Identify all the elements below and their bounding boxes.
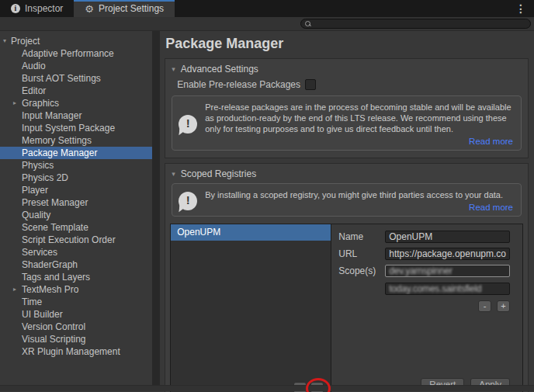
sidebar-item-package-manager[interactable]: Package Manager — [0, 147, 152, 159]
settings-toolbar — [0, 17, 534, 31]
tab-bar: i Inspector ⚙ Project Settings ⋮ — [0, 0, 534, 17]
sidebar-item-label: Physics 2D — [22, 172, 68, 184]
sidebar-item-label: Player — [22, 184, 48, 196]
registry-detail-pane: Name OpenUPM URL https://package.openupm… — [331, 224, 522, 392]
scope-value: dev.yarnspinner — [389, 265, 453, 276]
sidebar-item-label: Version Control — [22, 321, 85, 333]
add-scope-button[interactable]: + — [497, 300, 510, 312]
sidebar-item-label: Package Manager — [22, 147, 97, 159]
sidebar-item-xr-plugin-management[interactable]: XR Plugin Management — [0, 345, 152, 358]
sidebar-item-memory-settings[interactable]: Memory Settings — [0, 134, 152, 147]
scopes-label: Scope(s) — [338, 265, 385, 295]
sidebar-item-label: UI Builder — [22, 308, 63, 321]
scoped-registries-title: Scoped Registries — [181, 168, 256, 179]
advanced-settings-section: ▾ Advanced Settings Enable Pre-release P… — [165, 58, 529, 158]
sidebar-item-label: Graphics — [22, 97, 59, 109]
sidebar-item-input-manager[interactable]: Input Manager — [0, 109, 152, 122]
sidebar-item-label: Time — [22, 296, 42, 308]
foldout-arrow-icon[interactable]: ▾ — [172, 171, 175, 178]
sidebar-item-script-execution-order[interactable]: Script Execution Order — [0, 234, 152, 246]
sidebar-item-physics[interactable]: Physics — [0, 159, 152, 172]
search-icon — [305, 21, 311, 27]
sidebar-item-shadergraph[interactable]: ShaderGraph — [0, 258, 152, 271]
sidebar-item-label: Script Execution Order — [22, 234, 116, 246]
sidebar-item-tags-and-layers[interactable]: Tags and Layers — [0, 271, 152, 283]
tab-inspector[interactable]: i Inspector — [0, 0, 74, 17]
scoped-info-text: By installing a scoped registry, you mig… — [205, 189, 513, 200]
sidebar-item-audio[interactable]: Audio — [0, 60, 152, 72]
enable-prerelease-row: Enable Pre-release Packages — [165, 78, 528, 95]
sidebar-item-label: Burst AOT Settings — [22, 72, 101, 85]
scope-field[interactable]: today.comes.saintsfield — [385, 283, 510, 295]
name-label: Name — [338, 231, 385, 243]
pane-divider[interactable] — [152, 31, 160, 391]
registries-panel: OpenUPM - + Name OpenUPM URL — [170, 224, 523, 392]
tab-inspector-label: Inspector — [25, 3, 63, 14]
url-label: URL — [338, 248, 385, 260]
sidebar-item-graphics[interactable]: ▸Graphics — [0, 97, 152, 109]
url-field[interactable]: https://package.openupm.co — [385, 248, 510, 260]
sidebar-item-visual-scripting[interactable]: Visual Scripting — [0, 333, 152, 345]
advanced-settings-header[interactable]: ▾ Advanced Settings — [165, 59, 528, 78]
warning-bubble-icon — [179, 115, 197, 134]
registries-list: OpenUPM - + — [171, 224, 331, 392]
settings-content: Package Manager ▾ Advanced Settings Enab… — [160, 31, 534, 391]
sidebar-item-label: Memory Settings — [22, 134, 92, 147]
sidebar-item-quality[interactable]: Quality — [0, 209, 152, 221]
remove-scope-button[interactable]: - — [478, 300, 491, 312]
overflow-menu-icon[interactable]: ⋮ — [512, 0, 529, 17]
sidebar-item-player[interactable]: Player — [0, 184, 152, 196]
sidebar-item-label: Project — [11, 35, 40, 47]
sidebar-item-time[interactable]: Time — [0, 296, 152, 308]
window-bottom-strip — [0, 385, 534, 391]
sidebar-item-adaptive-performance[interactable]: Adaptive Performance — [0, 47, 152, 60]
tab-project-settings[interactable]: ⚙ Project Settings — [74, 0, 175, 17]
chevron-right-icon[interactable]: ▸ — [13, 283, 16, 296]
sidebar-item-project[interactable]: ▾Project — [0, 35, 152, 47]
sidebar-item-preset-manager[interactable]: Preset Manager — [0, 196, 152, 209]
sidebar-item-burst-aot-settings[interactable]: Burst AOT Settings — [0, 72, 152, 85]
sidebar-item-input-system-package[interactable]: Input System Package — [0, 122, 152, 134]
prerelease-read-more-link[interactable]: Read more — [469, 137, 513, 146]
prerelease-info-text: Pre-release packages are in the process … — [205, 102, 513, 134]
settings-body: ▾ProjectAdaptive PerformanceAudioBurst A… — [0, 31, 534, 391]
scoped-registries-section: ▾ Scoped Registries By installing a scop… — [165, 163, 529, 392]
warning-bubble-icon — [179, 192, 197, 210]
scoped-read-more-link[interactable]: Read more — [469, 203, 513, 212]
prerelease-infobox: Pre-release packages are in the process … — [172, 95, 522, 151]
page-title: Package Manager — [165, 36, 529, 52]
sidebar-item-editor[interactable]: Editor — [0, 85, 152, 97]
sidebar-item-label: Audio — [22, 60, 46, 72]
enable-prerelease-checkbox[interactable] — [305, 79, 316, 90]
scoped-registries-header[interactable]: ▾ Scoped Registries — [165, 164, 528, 183]
sidebar-item-label: XR Plugin Management — [22, 345, 120, 358]
sidebar-item-label: Services — [22, 246, 57, 258]
sidebar-item-label: Tags and Layers — [22, 271, 90, 283]
registry-list-item[interactable]: OpenUPM — [171, 224, 331, 241]
sidebar-item-textmesh-pro[interactable]: ▸TextMesh Pro — [0, 283, 152, 296]
sidebar-item-label: Physics — [22, 159, 54, 172]
chevron-down-icon[interactable]: ▾ — [3, 35, 6, 47]
foldout-arrow-icon[interactable]: ▾ — [172, 66, 175, 73]
scope-value: today.comes.saintsfield — [389, 283, 481, 294]
sidebar-item-physics-2d[interactable]: Physics 2D — [0, 172, 152, 184]
settings-tree: ▾ProjectAdaptive PerformanceAudioBurst A… — [0, 31, 152, 391]
sidebar-item-services[interactable]: Services — [0, 246, 152, 258]
unity-project-settings-window: i Inspector ⚙ Project Settings ⋮ ▾Projec… — [0, 0, 534, 392]
sidebar-item-ui-builder[interactable]: UI Builder — [0, 308, 152, 321]
sidebar-item-label: Quality — [22, 209, 50, 221]
sidebar-item-version-control[interactable]: Version Control — [0, 321, 152, 333]
sidebar-item-label: ShaderGraph — [22, 258, 78, 271]
sidebar-item-label: Scene Template — [22, 221, 88, 234]
search-input[interactable] — [300, 19, 531, 29]
tab-project-settings-label: Project Settings — [99, 3, 164, 14]
name-field[interactable]: OpenUPM — [385, 231, 510, 243]
chevron-right-icon[interactable]: ▸ — [13, 97, 16, 109]
sidebar-item-scene-template[interactable]: Scene Template — [0, 221, 152, 234]
sidebar-item-label: Adaptive Performance — [22, 47, 114, 60]
scope-field[interactable]: dev.yarnspinner — [385, 265, 510, 277]
sidebar-item-label: Editor — [22, 85, 46, 97]
enable-prerelease-label: Enable Pre-release Packages — [177, 79, 300, 90]
sidebar-item-label: Preset Manager — [22, 196, 88, 209]
info-icon: i — [11, 4, 20, 13]
